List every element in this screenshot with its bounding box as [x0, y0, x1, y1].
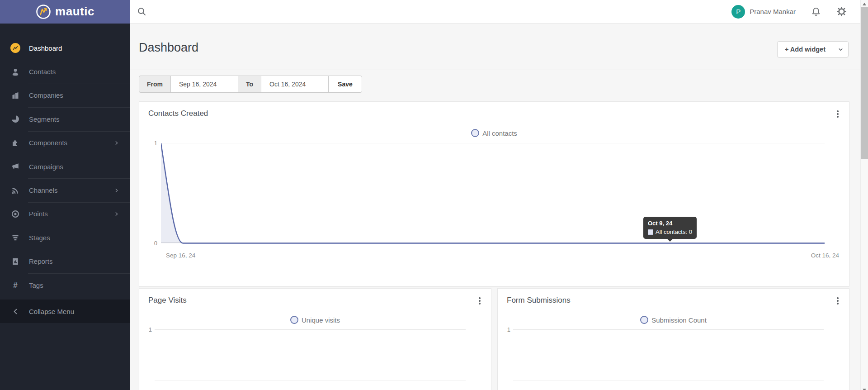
- chevron-left-icon: [10, 306, 20, 316]
- sidebar-nav: Dashboard Contacts Companies: [0, 24, 130, 297]
- x-axis-labels: Sep 16, 24 Oct 16, 24: [166, 252, 839, 259]
- widget-page-visits: Page Visits Unique visits 1: [139, 288, 491, 390]
- sidebar-item-points[interactable]: Points: [0, 202, 130, 226]
- header-right-cluster: P Pranav Mankar: [731, 5, 860, 19]
- sidebar-item-channels[interactable]: Channels: [0, 178, 130, 202]
- legend-marker: [640, 316, 648, 324]
- top-header: mautic P Pranav Mankar: [0, 0, 860, 24]
- tooltip-title: Oct 9, 24: [648, 220, 692, 227]
- brand-name: mautic: [55, 5, 94, 19]
- legend-unique-visits[interactable]: Unique visits: [139, 316, 491, 324]
- area-fill: [161, 143, 825, 243]
- campaigns-icon: [10, 162, 20, 171]
- sidebar-item-label: Channels: [0, 186, 57, 194]
- tooltip-swatch: [648, 229, 653, 235]
- points-icon: [10, 209, 20, 219]
- to-label: To: [238, 76, 261, 93]
- mautic-logo-icon: [36, 4, 51, 19]
- sidebar-item-label: Companies: [0, 91, 63, 99]
- page-title: Dashboard: [139, 41, 198, 55]
- chevron-down-icon: [838, 47, 844, 52]
- sidebar-item-campaigns[interactable]: Campaigns: [0, 155, 130, 178]
- sidebar-item-label: Segments: [0, 115, 60, 123]
- sidebar-item-label: Points: [0, 210, 48, 218]
- sidebar-item-companies[interactable]: Companies: [0, 84, 130, 107]
- search-icon[interactable]: [137, 7, 146, 16]
- widget-menu-kebab-icon[interactable]: [835, 110, 841, 118]
- to-field: [261, 76, 329, 93]
- sidebar-item-label: Stages: [0, 234, 50, 242]
- line-path: [161, 143, 825, 243]
- collapse-menu-button[interactable]: Collapse Menu: [0, 300, 130, 323]
- legend-submission-count[interactable]: Submission Count: [498, 316, 849, 324]
- channels-icon: [10, 185, 20, 195]
- y-tick-1: 1: [502, 326, 510, 333]
- x-label-end: Oct 16, 24: [811, 252, 839, 259]
- main-content: Dashboard + Add widget From To Save Cont…: [130, 24, 860, 390]
- add-widget-button[interactable]: + Add widget: [778, 42, 833, 57]
- add-widget-dropdown-button[interactable]: [833, 42, 848, 57]
- sidebar-item-tags[interactable]: # Tags: [0, 273, 130, 297]
- svg-text:#: #: [13, 281, 18, 290]
- legend-all-contacts[interactable]: All contacts: [139, 129, 849, 137]
- legend-marker: [290, 316, 298, 324]
- y-tick-1: 1: [149, 140, 157, 147]
- widget-title: Page Visits: [148, 296, 187, 305]
- date-range-filter: From To Save: [139, 76, 362, 93]
- scrollbar-up-arrow[interactable]: [863, 3, 866, 5]
- contacts-created-plot: [161, 143, 825, 243]
- y-tick-1: 1: [144, 326, 152, 333]
- sidebar-item-reports[interactable]: Reports: [0, 250, 130, 273]
- gridline: [155, 380, 466, 380]
- dashboard-icon: [10, 43, 20, 53]
- companies-icon: [10, 90, 20, 100]
- y-tick-0: 0: [149, 240, 157, 247]
- sidebar-item-label: Tags: [0, 281, 43, 289]
- contacts-created-line-svg: [161, 142, 825, 244]
- from-label: From: [139, 76, 171, 93]
- to-date-input[interactable]: [261, 81, 328, 88]
- add-widget-split-button: + Add widget: [777, 41, 849, 57]
- avatar[interactable]: P: [731, 5, 745, 19]
- gridline: [513, 329, 824, 330]
- sidebar-item-segments[interactable]: Segments: [0, 107, 130, 131]
- widget-menu-kebab-icon[interactable]: [835, 297, 841, 305]
- tags-icon: #: [10, 280, 20, 290]
- scrollbar-thumb[interactable]: [861, 7, 868, 159]
- sidebar: Dashboard Contacts Companies: [0, 24, 130, 390]
- widget-title: Form Submissions: [507, 296, 571, 305]
- chevron-right-icon: [114, 188, 119, 193]
- legend-label: Submission Count: [651, 316, 707, 324]
- settings-gear-icon[interactable]: [836, 6, 847, 17]
- legend-label: Unique visits: [302, 316, 340, 324]
- save-button[interactable]: Save: [328, 76, 362, 93]
- notifications-bell-icon[interactable]: [811, 7, 821, 17]
- sidebar-item-stages[interactable]: Stages: [0, 226, 130, 249]
- widget-contacts-created: Contacts Created All contacts 1 0 Sep 16…: [139, 101, 849, 286]
- legend-marker: [471, 129, 479, 137]
- widget-form-submissions: Form Submissions Submission Count 1: [497, 288, 849, 390]
- components-icon: [10, 138, 20, 148]
- chart-tooltip: Oct 9, 24 All contacts: 0: [643, 217, 697, 239]
- stages-icon: [10, 233, 20, 243]
- page-scrollbar: [860, 0, 868, 390]
- legend-label: All contacts: [482, 129, 517, 137]
- header-divider: [130, 70, 860, 70]
- widget-menu-kebab-icon[interactable]: [476, 297, 483, 305]
- sidebar-item-label: Dashboard: [0, 44, 62, 52]
- x-label-start: Sep 16, 24: [166, 252, 195, 259]
- sidebar-item-components[interactable]: Components: [0, 131, 130, 155]
- chevron-right-icon: [114, 211, 119, 217]
- sidebar-item-contacts[interactable]: Contacts: [0, 60, 130, 83]
- from-field: [170, 76, 238, 93]
- sidebar-item-label: Contacts: [0, 68, 56, 76]
- reports-icon: [10, 257, 20, 266]
- chevron-right-icon: [114, 140, 119, 146]
- from-date-input[interactable]: [171, 81, 238, 88]
- sidebar-item-dashboard[interactable]: Dashboard: [0, 36, 130, 60]
- tooltip-text: All contacts: 0: [656, 228, 692, 235]
- user-name[interactable]: Pranav Mankar: [750, 8, 796, 15]
- widget-title: Contacts Created: [148, 109, 208, 118]
- gridline: [513, 380, 824, 380]
- mautic-logo[interactable]: mautic: [0, 0, 130, 24]
